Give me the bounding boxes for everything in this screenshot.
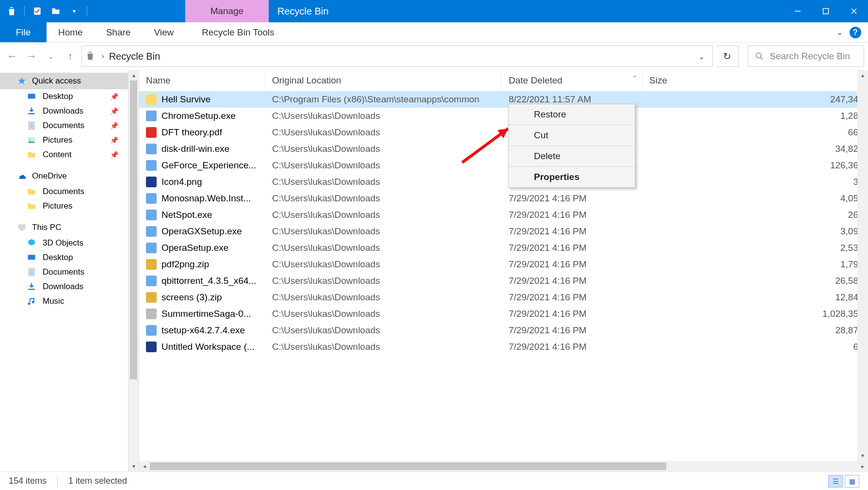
scroll-down-icon[interactable]: ▾ [857,450,868,461]
column-name[interactable]: Name [139,70,265,91]
search-box[interactable]: Search Recycle Bin [748,46,864,67]
tree-qa-4[interactable]: Content📌 [0,147,128,162]
file-row[interactable]: Untitled Workspace (... C:\Users\lukas\D… [139,339,868,355]
column-original-location[interactable]: Original Location [265,70,502,91]
nav-forward-button[interactable]: → [23,48,40,65]
status-selection: 1 item selected [68,476,127,486]
scroll-up-icon[interactable]: ▴ [857,70,868,81]
new-folder-icon[interactable] [50,5,62,17]
scroll-right-icon[interactable]: ▸ [857,463,868,470]
svg-rect-2 [823,9,829,14]
close-button[interactable] [840,0,868,22]
file-row[interactable]: OperaSetup.exe C:\Users\lukas\Downloads … [139,240,868,256]
tree-qa-3[interactable]: Pictures📌 [0,133,128,147]
ribbon-tab-home[interactable]: Home [47,22,95,42]
tree-pc-0[interactable]: 3D Objects [0,236,128,250]
file-row[interactable]: Icon4.png C:\Users\lukas\Downloads 3 [139,174,868,190]
file-name: OperaGXSetup.exe [161,226,242,237]
context-delete[interactable]: Delete [509,146,635,167]
breadcrumb-location[interactable]: Recycle Bin [109,51,161,62]
file-size: 3 [643,177,868,187]
file-location: C:\Users\lukas\Downloads [265,309,502,319]
file-row[interactable]: SummertimeSaga-0... C:\Users\lukas\Downl… [139,306,868,322]
tree-label: This PC [32,223,61,232]
file-size: 66 [643,127,868,138]
file-row[interactable]: Monosnap.Web.Inst... C:\Users\lukas\Down… [139,190,868,207]
horizontal-scrollbar[interactable]: ◂ ▸ [139,461,868,472]
tree-quick-access[interactable]: Quick access [0,73,128,89]
file-row[interactable]: screens (3).zip C:\Users\lukas\Downloads… [139,289,868,306]
onedrive-icon [16,171,27,181]
nav-back-button[interactable]: ← [4,48,20,65]
quick-access-toolbar: ▾ [0,0,93,22]
context-cut[interactable]: Cut [509,125,635,146]
tree-pc-1[interactable]: Desktop [0,250,128,265]
img-icon [146,177,157,187]
downloads-icon [26,106,37,116]
scroll-thumb[interactable] [130,81,137,379]
file-row[interactable]: pdf2png.zip C:\Users\lukas\Downloads 7/2… [139,256,868,273]
exe-icon [146,226,157,237]
context-restore[interactable]: Restore [509,104,635,125]
view-details-button[interactable]: ☰ [828,475,843,488]
file-date: 7/29/2021 4:16 PM [502,210,643,220]
img-icon [146,342,157,352]
nav-up-button[interactable]: ↑ [62,48,79,65]
scroll-up-icon[interactable]: ▴ [129,70,139,81]
doc-icon [146,309,157,319]
scroll-left-icon[interactable]: ◂ [139,463,150,470]
properties-icon[interactable] [32,5,43,17]
scroll-thumb[interactable] [150,462,666,470]
file-row[interactable]: tsetup-x64.2.7.4.exe C:\Users\lukas\Down… [139,322,868,339]
file-row[interactable]: qbittorrent_4.3.5_x64... C:\Users\lukas\… [139,273,868,289]
file-size: 12,84 [643,292,868,303]
file-date: 7/29/2021 4:16 PM [502,259,643,270]
minimize-button[interactable] [784,0,812,22]
tree-label: OneDrive [32,171,67,181]
ribbon-collapse-icon[interactable]: ⌄ [836,28,843,37]
ribbon-tab-view[interactable]: View [142,22,185,42]
maximize-button[interactable] [812,0,840,22]
status-separator [57,476,58,486]
exe-icon [146,276,157,286]
documents-icon [26,120,37,131]
help-icon[interactable]: ? [850,27,861,38]
tree-label: Quick access [32,76,81,86]
file-row[interactable]: OperaGXSetup.exe C:\Users\lukas\Download… [139,223,868,240]
file-row[interactable]: Hell Survive C:\Program Files (x86)\Stea… [139,91,868,108]
downloads-icon [26,281,37,292]
tree-this-pc[interactable]: This PC [0,219,128,236]
tree-qa-0[interactable]: Desktop📌 [0,89,128,104]
refresh-button[interactable]: ↻ [716,46,739,67]
file-name: Monosnap.Web.Inst... [161,193,251,204]
tree-onedrive[interactable]: OneDrive [0,168,128,184]
nav-recent-dropdown[interactable]: ⌄ [43,48,59,65]
context-menu: RestoreCutDeleteProperties [508,104,635,188]
ribbon-tab-recycle-bin-tools[interactable]: Recycle Bin Tools [190,22,286,42]
scroll-down-icon[interactable]: ▾ [129,461,139,472]
customize-qat-icon[interactable]: ▾ [68,5,80,17]
tree-od-0[interactable]: Documents [0,184,128,199]
nav-scrollbar[interactable]: ▴ ▾ [128,70,139,472]
vertical-scrollbar[interactable]: ▴ ▾ [857,70,868,461]
tree-pc-2[interactable]: Documents [0,265,128,279]
tree-label: Desktop [43,253,73,262]
context-properties[interactable]: Properties [509,167,635,187]
tree-pc-4[interactable]: Music [0,294,128,309]
tree-qa-2[interactable]: Documents📌 [0,118,128,133]
view-thumbnails-button[interactable]: ▦ [845,475,859,488]
column-size[interactable]: Size [643,70,868,91]
ribbon-tab-share[interactable]: Share [95,22,143,42]
column-date-deleted[interactable]: Date Deleted⌄ [502,70,643,91]
address-history-icon[interactable]: ⌄ [693,52,709,61]
ribbon-file[interactable]: File [0,22,47,42]
tree-od-1[interactable]: Pictures [0,199,128,213]
file-name: GeForce_Experience... [161,160,256,171]
address-bar[interactable]: › Recycle Bin ⌄ [81,46,713,67]
file-row[interactable]: NetSpot.exe C:\Users\lukas\Downloads 7/2… [139,207,868,223]
tree-qa-1[interactable]: Downloads📌 [0,104,128,118]
tree-pc-3[interactable]: Downloads [0,279,128,294]
exe-icon [146,111,157,121]
file-size: 28,87 [643,325,868,336]
tree-label: Downloads [43,106,83,116]
